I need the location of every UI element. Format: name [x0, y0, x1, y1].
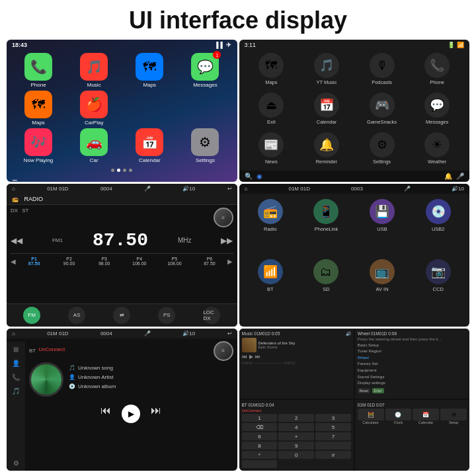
mini-app-0[interactable]: 🧮 Calculator — [358, 409, 384, 424]
p1-app-5[interactable]: 🍎 CarPlay — [67, 91, 120, 126]
tuner-knob[interactable]: ≡ — [214, 208, 233, 227]
home-icon-4[interactable]: ⌂ — [245, 186, 248, 192]
p2-app-11[interactable]: ☀ Weather — [411, 132, 463, 168]
next-btn[interactable]: ▶▶ — [221, 236, 233, 245]
radio-btn-3[interactable]: PS — [158, 307, 175, 324]
key-15[interactable] — [242, 460, 278, 468]
p1-app-6[interactable] — [123, 91, 176, 126]
menu-icon[interactable]: ≡ — [12, 177, 17, 182]
preset-1[interactable]: P290.00 — [52, 257, 86, 266]
search-icon[interactable]: 🔍 — [245, 173, 253, 180]
home-icon[interactable]: ⌂ — [12, 186, 15, 192]
p4-app-7[interactable]: 📷 CCD — [412, 259, 464, 315]
radio-btn-0[interactable]: FM — [23, 307, 40, 324]
bell-icon[interactable]: 🔔 — [444, 173, 452, 180]
key-1[interactable]: 2 — [278, 414, 314, 422]
mini-app-1[interactable]: 🕐 Clock — [385, 409, 412, 424]
p1-app-0[interactable]: 📞 Phone — [12, 53, 65, 88]
preset-0[interactable]: P187.50 — [17, 257, 51, 266]
p1-app-7[interactable] — [178, 91, 231, 126]
p2-app-1[interactable]: 🎵 YT Music — [301, 53, 352, 89]
page-dot-3[interactable] — [129, 169, 132, 172]
p1-app-3[interactable]: 💬 1 Messages — [178, 53, 231, 88]
mini-keypad-panel: BT 01M01D 0:04 UnConnect 123⌫456+789*0# — [239, 400, 354, 471]
key-14[interactable]: # — [315, 451, 351, 459]
key-2[interactable]: 3 — [315, 414, 351, 422]
back-5[interactable]: ↩ — [227, 331, 232, 337]
preset-prev[interactable]: ◀ — [11, 258, 16, 265]
p4-app-1[interactable]: 📱 PhoneLink — [300, 199, 352, 255]
p1-app-10[interactable]: 📅 Calendar — [123, 128, 176, 163]
enter-btn[interactable]: Enter — [372, 388, 384, 393]
p2-app-4[interactable]: ⏏ Exit — [246, 93, 298, 128]
key-10[interactable]: 9 — [278, 442, 314, 450]
preset-5[interactable]: P687.50 — [192, 257, 226, 266]
p1-app-9[interactable]: 🚗 Car — [67, 128, 120, 163]
p1-app-11[interactable]: ⚙ Settings — [178, 128, 231, 163]
p1-app-4[interactable]: 🗺 Maps — [12, 91, 65, 126]
mini-next[interactable]: ⏭ — [255, 354, 260, 360]
radio-btn-4[interactable]: LOC DX — [203, 307, 220, 324]
nav-icon[interactable]: ◉ — [257, 173, 262, 180]
key-4[interactable]: 4 — [278, 423, 314, 431]
p4-app-6[interactable]: 📺 AV IN — [356, 259, 409, 315]
radio-btn-2[interactable]: ⇄ — [113, 307, 130, 324]
preset-2[interactable]: P398.00 — [87, 257, 121, 266]
p2-app-10[interactable]: ⚙ Settings — [356, 132, 408, 168]
p2-app-9[interactable]: 🔔 Reminder — [301, 132, 352, 168]
p2-app-6[interactable]: 🎮 GameSnacks — [356, 93, 408, 128]
prev-btn[interactable]: ◀◀ — [11, 236, 22, 245]
p4-app-4[interactable]: 📶 BT — [245, 259, 297, 315]
p4-app-5[interactable]: 🗂 SD — [300, 259, 352, 315]
mini-play[interactable]: ▶ — [249, 354, 253, 360]
home-icon-5[interactable]: ⌂ — [12, 331, 15, 337]
p2-app-5[interactable]: 📅 Calendar — [301, 93, 352, 128]
p1-app-icon-11: ⚙ — [191, 128, 219, 156]
p4-app-icon-3: 💿 — [426, 199, 451, 224]
page-dot-1[interactable] — [117, 169, 120, 172]
sidebar-settings-icon[interactable]: ⚙ — [13, 459, 19, 467]
tuner-knob-5[interactable]: ≡ — [214, 341, 233, 361]
p4-app-2[interactable]: 💾 USB — [356, 199, 409, 255]
sidebar-user-icon[interactable]: 👤 — [12, 360, 20, 367]
prev-track-btn[interactable]: ⏮ — [100, 405, 111, 423]
p1-app-2[interactable]: 🗺 Maps — [123, 53, 176, 88]
key-0[interactable]: 1 — [242, 414, 278, 422]
p2-app-0[interactable]: 🗺 Maps — [246, 53, 298, 89]
mini-prev[interactable]: ⏮ — [242, 354, 247, 360]
key-7[interactable]: + — [278, 432, 314, 440]
mic-icon[interactable]: 🎤 — [456, 173, 464, 180]
key-9[interactable]: 8 — [242, 442, 278, 450]
radio-btn-1[interactable]: AS — [68, 307, 85, 324]
reset-btn[interactable]: Reset — [358, 388, 370, 393]
page-dot-2[interactable] — [123, 169, 126, 172]
next-track-btn[interactable]: ⏭ — [151, 405, 161, 423]
p2-app-3[interactable]: 📞 Phone — [411, 53, 463, 89]
key-5[interactable]: 5 — [315, 423, 351, 431]
p1-app-1[interactable]: 🎵 Music — [67, 53, 120, 88]
key-6[interactable]: 6 — [242, 432, 278, 440]
mini-app-2[interactable]: 📅 Calendar — [413, 409, 439, 424]
key-13[interactable]: 0 — [278, 451, 314, 459]
sidebar-grid-icon[interactable]: ⊞ — [13, 346, 19, 353]
preset-4[interactable]: P5108.00 — [157, 257, 191, 266]
p2-app-8[interactable]: 📰 News — [246, 132, 298, 168]
play-btn[interactable]: ▶ — [122, 405, 140, 423]
p4-app-3[interactable]: 💿 USB2 — [412, 199, 464, 255]
key-11[interactable] — [315, 442, 351, 450]
sidebar-music-icon[interactable]: 🎵 — [12, 387, 20, 395]
p1-app-8[interactable]: 🎶 Now Playing — [12, 128, 65, 163]
mini-apps-panel: 01M 01D 0:07 🧮 Calculator 🕐 Clock 📅 Cale… — [355, 400, 469, 471]
p4-app-0[interactable]: 📻 Radio — [245, 199, 297, 255]
p2-app-2[interactable]: 🎙 Podcasts — [356, 53, 408, 89]
key-8[interactable]: 7 — [315, 432, 351, 440]
page-dot-0[interactable] — [111, 169, 114, 172]
mini-app-3[interactable]: ⚙ Setup — [440, 409, 467, 424]
sidebar-phone-icon[interactable]: 📞 — [12, 374, 20, 381]
key-3[interactable]: ⌫ — [242, 423, 278, 431]
key-12[interactable]: * — [242, 451, 278, 459]
back-icon[interactable]: ↩ — [227, 186, 232, 192]
preset-next[interactable]: ▶ — [227, 258, 233, 265]
p2-app-7[interactable]: 💬 Messages — [411, 93, 463, 128]
preset-3[interactable]: P4106.00 — [122, 257, 156, 266]
